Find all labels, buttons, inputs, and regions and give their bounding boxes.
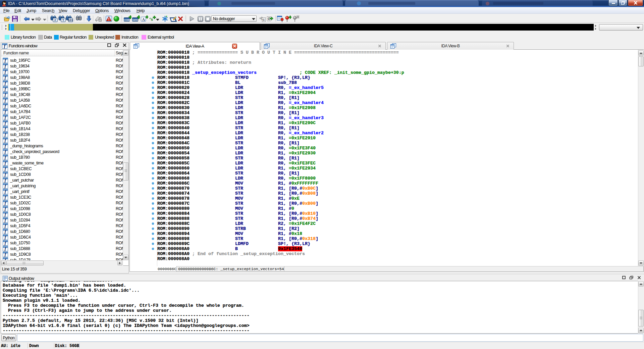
svg-text:T: T — [62, 18, 64, 22]
svg-text:#: # — [54, 18, 56, 22]
svg-text:101: 101 — [68, 18, 73, 22]
svg-text:CODE: CODE — [124, 19, 130, 21]
svg-text:DATA: DATA — [132, 19, 138, 21]
svg-text:A: A — [142, 17, 145, 22]
svg-text:‘s: ‘s — [149, 16, 153, 22]
svg-text:C: C — [263, 18, 265, 21]
